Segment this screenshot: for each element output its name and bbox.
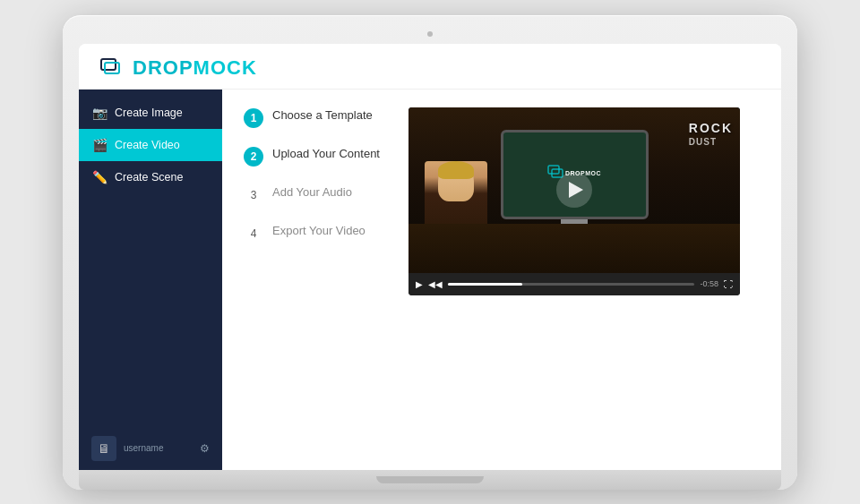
settings-icon[interactable]: ⚙ (200, 442, 210, 455)
step-1[interactable]: 1 Choose a Template (244, 107, 387, 128)
step-3-number: 3 (244, 185, 263, 205)
step-2-number: 2 (244, 147, 263, 167)
camera-icon: 📷 (91, 106, 108, 120)
svg-rect-0 (101, 59, 116, 70)
play-control-icon[interactable]: ▶ (416, 279, 423, 289)
sidebar-item-create-video[interactable]: 🎬 Create Video (79, 129, 222, 161)
pen-icon: ✏️ (91, 170, 108, 184)
logo-text-cyan: MOCK (194, 56, 257, 79)
step-2[interactable]: 2 Upload Your Content (244, 146, 387, 167)
step-3-label: Add Your Audio (272, 184, 352, 201)
video-duration: -0:58 (700, 279, 718, 288)
logo-icon (100, 58, 125, 78)
sidebar-item-create-image[interactable]: 📷 Create Image (79, 97, 222, 129)
step-1-number: 1 (244, 108, 263, 128)
play-button[interactable] (556, 172, 592, 208)
dust-text: DUST (689, 137, 733, 147)
app-main: 📷 Create Image 🎬 Create Video ✏️ Create … (79, 90, 781, 470)
progress-fill (448, 283, 522, 286)
content-area: 1 Choose a Template 2 Upload Your Conten… (222, 90, 781, 470)
laptop-screen: DROPMOCK 📷 Create Image 🎬 Create Video (79, 44, 781, 470)
rock-dust-overlay: ROCK DUST (689, 121, 733, 147)
rewind-control-icon[interactable]: ◀◀ (428, 279, 443, 289)
laptop-camera (427, 31, 433, 37)
step-2-label: Upload Your Content (272, 146, 380, 162)
sidebar-label-create-scene: Create Scene (115, 171, 183, 184)
laptop-shell: DROPMOCK 📷 Create Image 🎬 Create Video (63, 15, 797, 490)
step-4-label: Export Your Video (272, 223, 366, 239)
logo-text: DROPMOCK (133, 56, 257, 80)
sidebar-label-create-video: Create Video (115, 139, 180, 151)
laptop-base (79, 470, 781, 490)
step-3[interactable]: 3 Add Your Audio (244, 184, 387, 205)
scene-desk (408, 224, 740, 273)
steps-panel: 1 Choose a Template 2 Upload Your Conten… (244, 107, 387, 452)
app-header: DROPMOCK (79, 44, 781, 90)
person-hair (438, 161, 474, 179)
app-container: DROPMOCK 📷 Create Image 🎬 Create Video (79, 44, 781, 470)
step-1-label: Choose a Template (272, 107, 373, 124)
video-preview: ROCK DUST (408, 107, 760, 452)
video-progress-bar[interactable] (448, 283, 694, 286)
video-icon: 🎬 (91, 138, 108, 152)
person-head (438, 161, 474, 201)
video-thumbnail: ROCK DUST (408, 107, 740, 273)
logo-text-dark: DROP (133, 56, 194, 79)
step-4[interactable]: 4 Export Your Video (244, 223, 387, 243)
sidebar-bottom: 🖥 username ⚙ (79, 427, 222, 470)
video-controls: ▶ ◀◀ -0:58 ⛶ (408, 273, 740, 295)
video-player[interactable]: ROCK DUST (408, 107, 740, 295)
sidebar: 📷 Create Image 🎬 Create Video ✏️ Create … (79, 90, 222, 470)
svg-rect-1 (105, 63, 119, 73)
laptop-notch (376, 476, 484, 483)
sidebar-avatar: 🖥 (91, 436, 116, 461)
play-triangle-icon (569, 182, 583, 198)
step-4-number: 4 (244, 224, 263, 243)
sidebar-item-create-scene[interactable]: ✏️ Create Scene (79, 161, 222, 193)
rock-text: ROCK (689, 121, 733, 135)
sidebar-username: username (124, 443, 193, 453)
fullscreen-icon[interactable]: ⛶ (724, 279, 733, 289)
sidebar-label-create-image: Create Image (115, 107, 183, 119)
